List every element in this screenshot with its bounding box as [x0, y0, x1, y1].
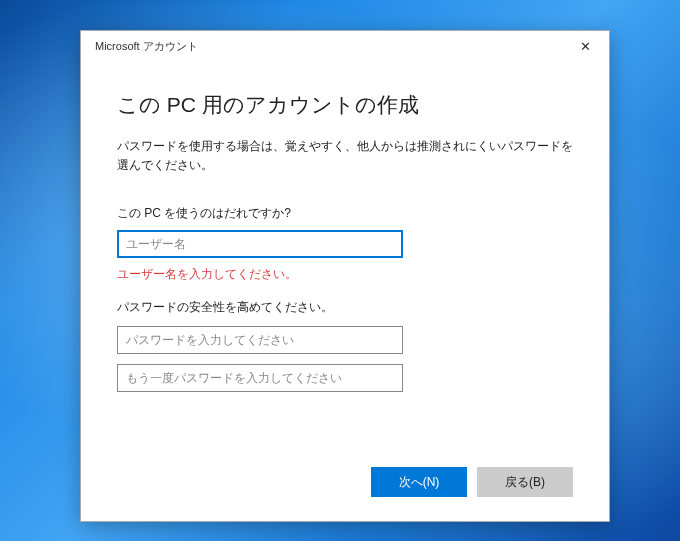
account-creation-dialog: Microsoft アカウント ✕ この PC 用のアカウントの作成 パスワード…: [80, 30, 610, 522]
close-button[interactable]: ✕: [565, 32, 605, 60]
username-label: この PC を使うのはだれですか?: [117, 205, 573, 222]
back-button[interactable]: 戻る(B): [477, 467, 573, 497]
dialog-content: この PC 用のアカウントの作成 パスワードを使用する場合は、覚えやすく、他人か…: [81, 61, 609, 392]
username-error: ユーザー名を入力してください。: [117, 266, 573, 283]
button-bar: 次へ(N) 戻る(B): [371, 467, 573, 497]
close-icon: ✕: [580, 39, 591, 54]
window-title: Microsoft アカウント: [95, 39, 565, 54]
username-group: この PC を使うのはだれですか? ユーザー名を入力してください。: [117, 205, 573, 283]
next-button[interactable]: 次へ(N): [371, 467, 467, 497]
description-text: パスワードを使用する場合は、覚えやすく、他人からは推測されにくいパスワードを選ん…: [117, 137, 573, 175]
password-input[interactable]: [117, 326, 403, 354]
password-section-label: パスワードの安全性を高めてください。: [117, 299, 573, 316]
password-confirm-input[interactable]: [117, 364, 403, 392]
titlebar: Microsoft アカウント ✕: [81, 31, 609, 61]
page-title: この PC 用のアカウントの作成: [117, 91, 573, 119]
username-input[interactable]: [117, 230, 403, 258]
